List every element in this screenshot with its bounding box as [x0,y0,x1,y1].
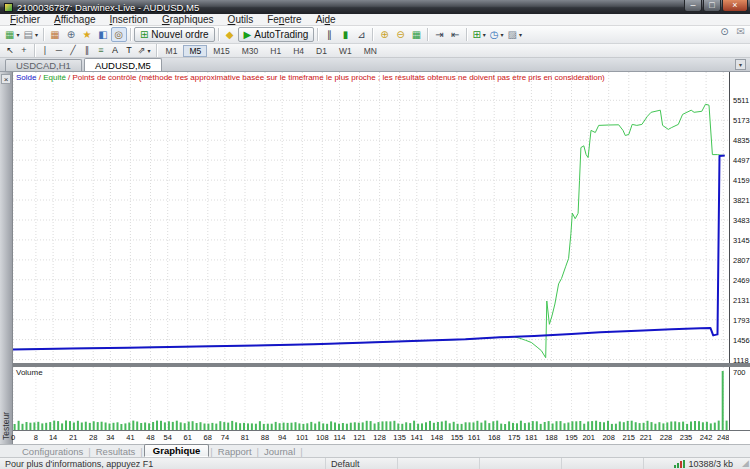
status-profile[interactable]: Default [326,458,398,469]
menu-aide[interactable]: Aide [309,14,343,25]
y-tick-label: 3145 [733,235,750,244]
metaeditor-button[interactable]: ◆ [222,27,238,42]
timeframe-d1-button[interactable]: D1 [310,45,333,57]
x-tick-label: 108 [316,433,329,442]
profiles-button[interactable]: ▤▾ [21,27,39,42]
profiles-dropdown-arrow[interactable]: ▾ [35,31,38,38]
x-tick-label: 148 [431,433,444,442]
new-order-button[interactable]: ⊞Nouvel ordre [134,27,215,42]
timeframe-m1-button[interactable]: M1 [160,45,184,57]
new-chart-dropdown-arrow[interactable]: ▾ [16,31,19,38]
arrows-button[interactable]: ⇗▾ [136,45,153,57]
indicators-dropdown-arrow[interactable]: ▾ [483,31,486,38]
x-tick-label: 41 [126,433,134,442]
y-tick-label: 2131 [733,295,750,304]
templates-dropdown-arrow[interactable]: ▾ [519,31,522,38]
timeframe-m15-button[interactable]: M15 [207,45,236,57]
x-tick-label: 221 [640,433,653,442]
traffic-value: 10388/3 kb [688,459,733,469]
zoom-in-button[interactable]: ⊕ [376,27,392,42]
line-chart-mode-button[interactable]: ⊿ [353,27,369,42]
timeframe-m30-button[interactable]: M30 [236,45,265,57]
menu-outils[interactable]: Outils [221,14,261,25]
chart-tab-audusd-m5[interactable]: AUDUSD,M5 [84,58,162,71]
balance-equity-plot[interactable]: Solde / Equité / Points de contrôle (mét… [13,72,729,363]
tab-list-button[interactable]: ▾ [735,59,746,70]
equidistant-channel-button[interactable]: ∥ [80,45,94,57]
timeframe-mn-button[interactable]: MN [358,45,383,57]
menu-affichage[interactable]: Affichage [47,14,103,25]
line-chart-mode-icon: ⊿ [357,30,365,40]
tester-dock-strip: × Testeur [0,72,13,444]
text-button[interactable]: A [108,45,122,57]
arrows-icon: ⇗ [138,46,146,55]
bar-chart-mode-button[interactable]: ∥ [321,27,337,42]
timeframe-h4-button[interactable]: H4 [287,45,310,57]
data-window-icon: ⊕ [67,30,75,40]
y-tick-label: 4835 [733,136,750,145]
toolbar-separator [218,28,219,41]
candlestick-mode-button[interactable]: ▮ [337,27,353,42]
menu-fenetre[interactable]: Fenetre [260,14,308,25]
close-button[interactable]: × [722,0,748,12]
auto-scroll-button[interactable]: ⇥ [431,27,447,42]
menu-fichier[interactable]: Fichier [3,14,47,25]
tester-tab-journal[interactable]: Journal [260,446,299,457]
maximize-button[interactable]: □ [703,0,721,12]
trendline-icon: ╱ [70,46,75,55]
x-tick-label: 68 [204,433,212,442]
horizontal-line-button[interactable]: ─ [52,45,66,57]
resize-grip[interactable]: ◢ [738,458,750,469]
x-tick-label: 168 [488,433,501,442]
chart-shift-button[interactable]: ⇤ [447,27,463,42]
x-tick-label: 21 [69,433,77,442]
crosshair-icon: + [21,46,26,55]
navigator-button[interactable]: ★ [79,27,95,42]
arrows-dropdown-arrow[interactable]: ▾ [148,47,151,54]
tester-tab-rapport[interactable]: Rapport [214,446,256,457]
tester-close-button[interactable]: × [1,74,11,84]
text-label-button[interactable]: T [122,45,136,57]
strategy-tester-button[interactable]: ◎ [111,27,127,42]
x-tick-label: 141 [411,433,424,442]
periods-dropdown-arrow[interactable]: ▾ [501,31,504,38]
minimize-button[interactable]: – [684,0,702,12]
cursor-button[interactable]: ↖ [3,45,17,57]
crosshair-button[interactable]: + [17,45,31,57]
tester-tab-graphique[interactable]: Graphique [144,444,210,457]
tester-tab-resultats[interactable]: Resultats [92,446,140,457]
search-icon[interactable]: ⊙ [720,27,728,37]
indicators-button[interactable]: ⊞▾ [470,27,487,42]
y-tick-label: 3821 [733,196,750,205]
trendline-button[interactable]: ╱ [66,45,80,57]
market-watch-button[interactable]: ▦ [47,27,63,42]
timeframe-m5-button[interactable]: M5 [183,45,207,57]
tab-separator: | [257,446,259,457]
templates-button[interactable]: ▨▾ [506,27,524,42]
toolbar-separator [130,28,131,41]
menu-insertion[interactable]: Insertion [103,14,155,25]
data-window-button[interactable]: ⊕ [63,27,79,42]
new-chart-button[interactable]: ▦▾ [3,27,21,42]
volume-chart [13,367,729,430]
fibonacci-button[interactable]: ≡ [94,45,108,57]
menu-graphiques[interactable]: Graphiques [155,14,221,25]
vertical-line-icon: | [44,46,46,55]
autotrading-button[interactable]: ▶AutoTrading [238,27,315,42]
x-tick-label: 235 [680,433,693,442]
chat-icon[interactable]: ✉ [737,27,745,37]
terminal-button[interactable]: ◧ [95,27,111,42]
tile-windows-button[interactable]: ▦ [408,27,424,42]
timeframe-w1-button[interactable]: W1 [333,45,358,57]
zoom-out-button[interactable]: ⊖ [392,27,408,42]
periods-button[interactable]: ◷▾ [488,27,506,42]
chart-shift-icon: ⇤ [451,30,459,40]
tester-tab-configurations[interactable]: Configurations [18,446,87,457]
x-tick-label: 242 [700,433,713,442]
timeframe-h1-button[interactable]: H1 [264,45,287,57]
chart-tab-usdcad-h1[interactable]: USDCAD,H1 [5,59,82,71]
cursor-icon: ↖ [6,46,14,55]
status-empty-2 [480,458,562,469]
x-tick-label: 81 [241,433,249,442]
vertical-line-button[interactable]: | [38,45,52,57]
